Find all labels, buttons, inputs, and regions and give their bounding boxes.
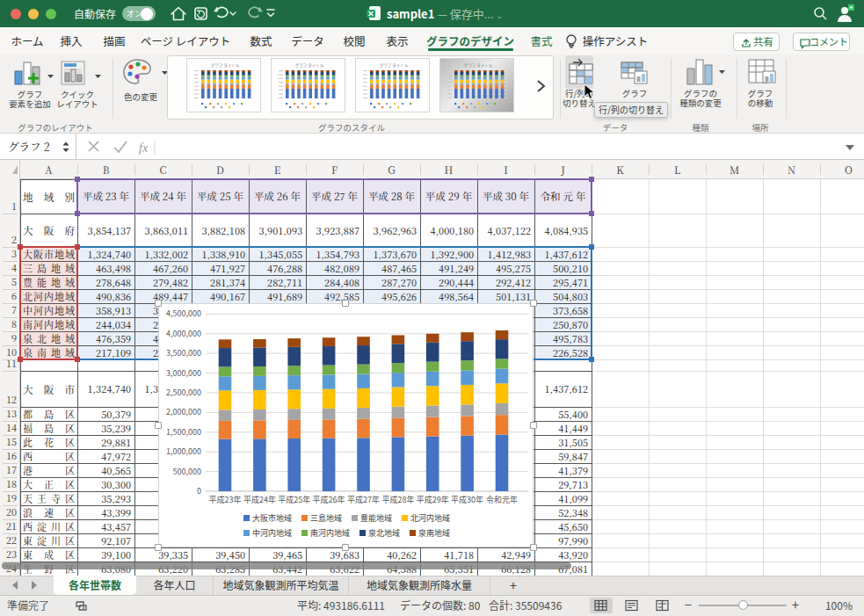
btn-share[interactable]: 共有 [733, 33, 780, 51]
autosave-label: 自動保存 [74, 7, 120, 21]
traffic[interactable] [28, 9, 39, 19]
sheettab[interactable]: 地域気象観測所降水量 [349, 576, 490, 595]
btn-quick-layout[interactable]: クイックレイアウト [53, 90, 102, 111]
svg-text:平成28年: 平成28年 [381, 494, 414, 505]
svg-text:fx: fx [139, 141, 149, 155]
svg-text:4,500,000: 4,500,000 [166, 308, 201, 319]
svg-text:平成29年: 平成29年 [417, 494, 449, 505]
svg-text:グラフ タイトル: グラフ タイトル [380, 62, 409, 69]
name-box: グラフ 2 [0, 134, 76, 160]
doc-title: sample1 — 保存中... ⌄ [387, 7, 492, 21]
svg-text:3,500,000: 3,500,000 [166, 347, 201, 359]
sheettab-add[interactable]: + [503, 576, 524, 595]
svg-text:令和元年: 令和元年 [486, 494, 518, 505]
svg-text:500,000: 500,000 [173, 466, 201, 477]
svg-text:平成24年: 平成24年 [243, 494, 276, 505]
svg-text:平成25年: 平成25年 [278, 494, 310, 505]
svg-text:平成27年: 平成27年 [347, 494, 380, 505]
svg-text:豊能地域: 豊能地域 [360, 512, 392, 524]
svg-text:0: 0 [197, 485, 201, 496]
svg-text:中河内地域: 中河内地域 [252, 527, 292, 539]
btn-add-element[interactable]: グラフ要素を追加 [7, 90, 53, 111]
svg-text:3,000,000: 3,000,000 [166, 367, 201, 379]
svg-text:泉南地域: 泉南地域 [418, 527, 450, 539]
style-thumb[interactable]: グラフ タイトル [355, 58, 430, 112]
svg-text:グラフ タイトル: グラフ タイトル [211, 62, 240, 69]
svg-text:南河内地域: 南河内地域 [310, 527, 350, 539]
style-thumb[interactable]: グラフ タイトル [271, 58, 345, 112]
svg-text:2,000,000: 2,000,000 [166, 406, 201, 417]
svg-text:平成26年: 平成26年 [313, 494, 345, 505]
svg-text:三島地域: 三島地域 [310, 512, 342, 524]
svg-text:泉北地域: 泉北地域 [368, 527, 400, 539]
traffic[interactable] [11, 9, 21, 19]
btn-comment[interactable]: コメント [793, 33, 850, 51]
tab-chart-design[interactable]: グラフのデザイン [417, 33, 523, 49]
svg-text:グラフ タイトル: グラフ タイトル [295, 62, 324, 69]
autosave-toggle[interactable]: オン [122, 6, 156, 21]
sheettab[interactable]: 各年人口 [136, 576, 214, 595]
svg-text:1,000,000: 1,000,000 [166, 446, 201, 457]
svg-text:平成23年: 平成23年 [209, 494, 242, 505]
svg-text:北河内地域: 北河内地域 [410, 512, 450, 524]
svg-text:平成30年: 平成30年 [451, 494, 483, 505]
h-scrollbar [2, 562, 571, 569]
style-thumb[interactable]: グラフ タイトル [186, 58, 261, 112]
btn-move-chart[interactable]: グラフの移動 [737, 89, 784, 108]
svg-text:2,500,000: 2,500,000 [166, 387, 201, 398]
tab-format[interactable]: 書式 [515, 33, 568, 49]
traffic[interactable] [46, 9, 56, 19]
chart[interactable]: 0500,0001,000,0001,500,0002,000,0002,500… [158, 303, 534, 547]
svg-text:1,500,000: 1,500,000 [166, 426, 201, 438]
btn-change-type[interactable]: グラフの種類の変更 [674, 89, 727, 108]
tab-assist[interactable]: 操作アシスト [576, 33, 655, 49]
btn-change-colors[interactable]: 色の変更 [117, 91, 164, 101]
svg-text:グラフ タイトル: グラフ タイトル [464, 62, 493, 69]
sheettab-active[interactable]: 各年世帯数 [54, 576, 136, 595]
svg-text:4,000,000: 4,000,000 [166, 328, 201, 339]
style-thumb[interactable]: グラフ タイトル [439, 58, 514, 112]
svg-text:大阪市地域: 大阪市地域 [252, 512, 292, 524]
sheettab[interactable]: 地域気象観測所平均気温 [214, 576, 349, 595]
excel-window: 自動保存オン sample1 — 保存中... ⌄ ホーム挿入描画ページ レイア… [0, 0, 864, 616]
tooltip: 行/列の切り替え [594, 102, 668, 118]
